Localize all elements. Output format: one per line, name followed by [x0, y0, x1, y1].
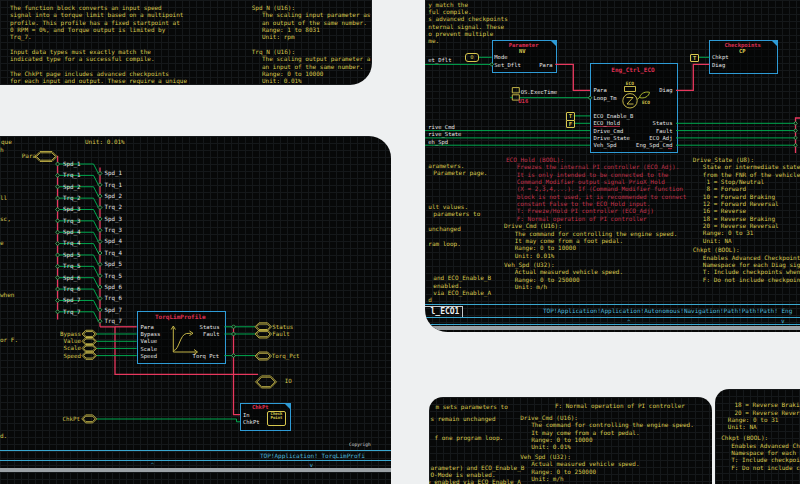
text-line: Unit: m/h	[515, 283, 548, 290]
text-line: Unit: 0.01%	[85, 138, 125, 145]
text-line: or F.	[0, 336, 18, 343]
chkpt-chkpt-port: ChkPt	[243, 419, 260, 425]
scrollbar-track[interactable]	[0, 468, 391, 472]
const-false-box[interactable]: F	[566, 120, 575, 129]
text-line: Unit: NA	[703, 237, 732, 244]
text-line: ECO_Hold (BOOL):	[506, 156, 564, 163]
text-line: Veh_Spd (U32):	[504, 261, 555, 268]
text-line: ^	[151, 461, 155, 468]
text-line: Spd_2	[63, 184, 80, 191]
text-line: m sets parameters to	[436, 403, 508, 410]
text-line: The ChkPt page includes advanced checkpo…	[10, 70, 169, 77]
text-line: The command for controlling the engine s…	[531, 421, 694, 428]
eng-block-title: Eng_Ctrl_ECO	[611, 66, 654, 73]
text-line: 8 = Forward	[703, 185, 746, 192]
text-line: Copyright	[349, 442, 371, 447]
text-line: F: Normal operation of PI controller	[555, 402, 685, 409]
text-line: Trq_4	[63, 240, 80, 247]
text-line: Value	[64, 338, 81, 345]
parameter-subtype: NV	[519, 48, 526, 54]
text-line: ECO_Hold	[594, 120, 621, 126]
text-line: 18 = Reverse Braking	[735, 401, 800, 408]
text-line: Unit: 0.01%	[515, 252, 555, 259]
text-line: Drive_Cmd (U16):	[520, 414, 578, 421]
text-line: It may come from a foot pedal.	[531, 429, 639, 436]
text-line: Actual measured vehicle speed.	[531, 460, 639, 467]
setdflt-port: Set_Dflt	[494, 62, 521, 68]
text-line: T: Include checkpoints when	[703, 268, 800, 275]
text-line: 16 = Reverse	[703, 207, 746, 214]
text-line: constant False to the ECO_Hold input.	[517, 200, 651, 207]
const-true-box[interactable]: T	[690, 54, 699, 63]
doc-comment-panel-2: m sets parameters tos remain unchangedf …	[429, 397, 712, 484]
text-line: F: Do not include checkpoints	[703, 276, 800, 283]
text-line: T: Freeze/Hold PI controller (ECO_Adj)	[517, 207, 654, 214]
text-line: an input of the same number.	[262, 63, 363, 70]
text-line: State or intermediate state	[703, 163, 800, 170]
text-line: Diag	[659, 87, 672, 93]
text-line: Torq Pct	[193, 353, 220, 359]
text-line: 10 = Forward Braking	[703, 193, 775, 200]
text-line: Trq_4	[105, 250, 122, 257]
text-line: F: Do not include checkpoints	[731, 464, 800, 471]
text-line: Spd_3	[105, 216, 122, 223]
text-line: Trq_2	[105, 204, 122, 211]
text-line: Trq_5	[105, 273, 122, 280]
text-line: ult values.	[428, 203, 468, 210]
text-line: Range: 0 to 250000	[515, 276, 580, 283]
text-line: Bypass	[141, 331, 161, 337]
text-line: Command_Modifier output signal PrioX_Hol…	[517, 178, 665, 185]
text-line: (X = 2,3,4,...). If (Command_Modifier fu…	[517, 185, 683, 192]
text-line: unchanged	[428, 225, 461, 232]
text-line: Range: 0 to 10000	[515, 244, 576, 251]
text-line: T: Include checkpoints when	[731, 456, 800, 463]
text-line: an output of the same number.	[262, 19, 367, 26]
text-line: Drive_State	[594, 135, 630, 141]
text-line: e	[0, 239, 4, 246]
scrollbar-track[interactable]	[425, 326, 800, 330]
text-line: Trq_5	[63, 263, 80, 270]
text-line: signal into a torque limit based on a mu…	[10, 11, 183, 18]
text-line: Chkpt (BOOL):	[693, 246, 740, 253]
eco-label-top: ECO	[626, 81, 634, 86]
text-line: Trq_1	[105, 182, 122, 189]
text-line: The command for controlling the engine s…	[515, 230, 678, 237]
scrollstrip-divider	[0, 460, 391, 461]
ide-workspace: { "colors":{"panel_bg":"#070808","yellow…	[0, 0, 800, 484]
text-line: ChkPt	[63, 416, 80, 423]
text-line: Namespace for each Diag signal	[731, 449, 800, 456]
text-line: It may come from a foot pedal.	[515, 237, 623, 244]
wires-layer	[0, 136, 391, 484]
text-line: O-Mode is enabled.	[431, 471, 496, 478]
text-line: The scaling output parameter a	[262, 55, 370, 62]
text-line: Range: 0 to 31	[703, 229, 754, 236]
text-line: Unit: m/h	[531, 475, 564, 482]
text-line: nternal signal. These	[428, 23, 504, 30]
text-line: via ECO_Enable_A	[433, 289, 491, 296]
text-line: Spd_2	[105, 193, 122, 200]
text-line: 1 = Stop/Neutral	[703, 178, 764, 185]
text-line: Freezes the internal PI controller (ECO_…	[517, 163, 680, 170]
text-line: Trq_6	[105, 295, 122, 302]
text-line: d.	[0, 432, 7, 439]
text-line: profile. This profile has a fixed startp…	[10, 19, 180, 26]
text-line: Trq_6	[63, 286, 80, 293]
text-line: U16	[518, 98, 528, 104]
text-line: s remain unchanged	[431, 415, 496, 422]
const-zero-box[interactable]: 0	[465, 53, 479, 62]
text-line: Para	[141, 324, 154, 330]
text-line: v	[310, 461, 314, 468]
text-line: 20 = Reverse Reversal	[735, 409, 800, 416]
text-line: Spd_4	[105, 238, 122, 245]
text-line: f one program loop.	[435, 434, 504, 441]
text-line: Parameter page.	[433, 169, 487, 176]
torqlim-diagram-panel: Check Point TorqLimProfile ChkPt In ChkP…	[0, 136, 391, 484]
text-line: Spd_1	[105, 170, 122, 177]
text-line: Trq_1	[63, 172, 80, 179]
statusbar-divider	[425, 304, 800, 305]
text-line: ram loop.	[428, 240, 461, 247]
text-line: Drive_Cmd (U16):	[504, 222, 562, 229]
text-line: Range: 0 to 10000	[262, 70, 323, 77]
text-line: arameter) and ECO_Enable_B	[431, 464, 525, 471]
text-line: Fault	[203, 331, 220, 337]
